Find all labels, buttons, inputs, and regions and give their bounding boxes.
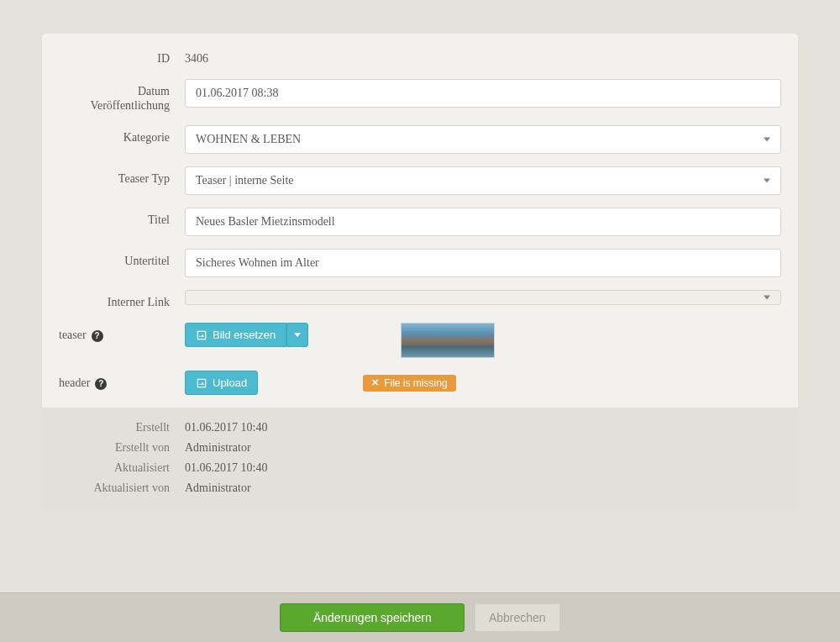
row-teaser-image: teaser ? Bild ersetzen xyxy=(59,323,781,358)
meta-updated-label: Aktualisiert xyxy=(59,458,185,478)
label-publish-date: Datum Veröffentlichung xyxy=(59,79,185,113)
input-title[interactable] xyxy=(185,208,781,236)
row-publish-date: Datum Veröffentlichung xyxy=(59,79,781,113)
input-publish-date[interactable] xyxy=(185,79,781,108)
file-missing-badge: ✕ File is missing xyxy=(363,375,455,392)
meta-updated-by: Aktualisiert von Administrator xyxy=(59,478,781,498)
close-icon: ✕ xyxy=(371,377,379,388)
file-missing-text: File is missing xyxy=(384,377,447,389)
meta-created-by-label: Erstellt von xyxy=(59,438,185,458)
teaser-thumbnail[interactable] xyxy=(401,323,495,358)
help-icon[interactable]: ? xyxy=(92,330,103,342)
meta-footer: Erstellt 01.06.2017 10:40 Erstellt von A… xyxy=(42,408,798,513)
upload-label: Upload xyxy=(213,376,247,389)
label-teaser: teaser xyxy=(59,329,87,343)
input-subtitle[interactable] xyxy=(185,249,781,277)
chevron-down-icon xyxy=(764,296,770,300)
label-teaser-type: Teaser Typ xyxy=(59,166,185,187)
meta-created: Erstellt 01.06.2017 10:40 xyxy=(59,418,781,438)
meta-updated-by-label: Aktualisiert von xyxy=(59,478,185,498)
row-subtitle: Untertitel xyxy=(59,249,781,277)
chevron-down-icon xyxy=(294,333,301,337)
label-internal-link: Interner Link xyxy=(59,290,185,310)
help-icon[interactable]: ? xyxy=(95,378,107,390)
meta-created-by: Erstellt von Administrator xyxy=(59,438,781,458)
select-teaser-type-value: Teaser | interne Seite xyxy=(196,174,294,187)
select-internal-link[interactable] xyxy=(185,290,781,305)
replace-image-label: Bild ersetzen xyxy=(213,329,276,341)
replace-image-button-group: Bild ersetzen xyxy=(185,323,308,347)
meta-created-by-value: Administrator xyxy=(185,438,251,458)
meta-updated: Aktualisiert 01.06.2017 10:40 xyxy=(59,458,781,478)
replace-image-dropdown[interactable] xyxy=(286,323,308,347)
row-category: Kategorie WOHNEN & LEBEN xyxy=(59,125,781,154)
label-category: Kategorie xyxy=(59,125,185,145)
upload-button[interactable]: Upload xyxy=(185,371,258,395)
chevron-down-icon xyxy=(764,138,770,142)
label-id: ID xyxy=(59,46,185,66)
row-internal-link: Interner Link xyxy=(59,290,781,310)
meta-created-label: Erstellt xyxy=(59,418,185,438)
meta-updated-value: 01.06.2017 10:40 xyxy=(185,458,267,478)
meta-updated-by-value: Administrator xyxy=(185,478,251,498)
meta-created-value: 01.06.2017 10:40 xyxy=(185,418,267,438)
image-icon xyxy=(196,329,207,341)
chevron-down-icon xyxy=(764,179,770,183)
upload-icon xyxy=(196,377,207,389)
label-title: Titel xyxy=(59,208,185,228)
select-category-value: WOHNEN & LEBEN xyxy=(196,133,301,145)
row-id: ID 3406 xyxy=(59,46,781,66)
label-subtitle: Untertitel xyxy=(59,249,185,269)
row-title: Titel xyxy=(59,208,781,236)
label-header: header xyxy=(59,376,90,391)
replace-image-button[interactable]: Bild ersetzen xyxy=(185,323,286,347)
value-id: 3406 xyxy=(185,46,781,66)
select-category[interactable]: WOHNEN & LEBEN xyxy=(185,125,781,154)
row-teaser-type: Teaser Typ Teaser | interne Seite xyxy=(59,166,781,195)
row-header-image: header ? Upload ✕ File is missing xyxy=(59,371,781,395)
select-teaser-type[interactable]: Teaser | interne Seite xyxy=(185,166,781,195)
form-panel: ID 3406 Datum Veröffentlichung Kategorie… xyxy=(42,34,798,513)
